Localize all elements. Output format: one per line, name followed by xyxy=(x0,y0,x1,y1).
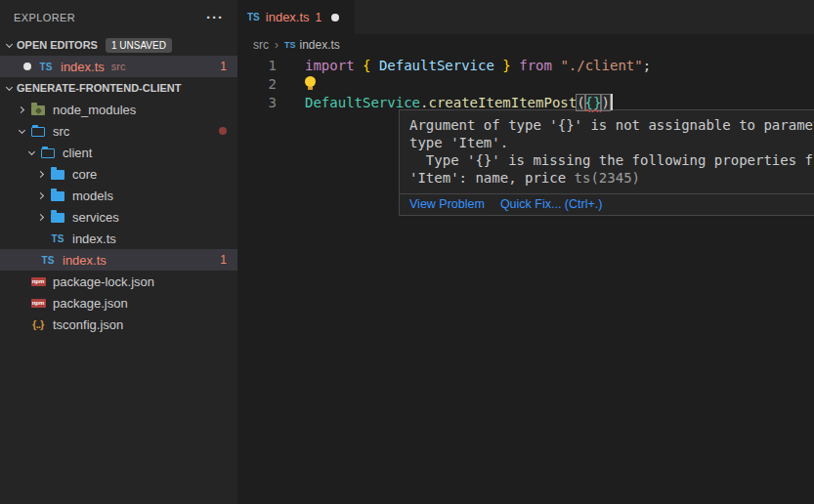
unsaved-badge: 1 UNSAVED xyxy=(106,38,172,53)
lightbulb-icon[interactable] xyxy=(305,75,316,90)
tab-bar: TS index.ts 1 xyxy=(237,0,814,34)
tree-item-client[interactable]: client xyxy=(0,142,237,163)
typescript-file-icon: TS xyxy=(49,231,66,246)
code-line-1: 1 import { DefaultService } from "./clie… xyxy=(237,56,814,74)
code-line-2: 2 xyxy=(237,74,814,93)
folder-icon xyxy=(49,166,66,182)
chevron-right-icon xyxy=(33,209,49,225)
error-squiggle-region: {} xyxy=(585,95,602,110)
open-editor-item-index-ts[interactable]: TS index.ts src 1 xyxy=(0,56,237,77)
open-editors-label: OPEN EDITORS xyxy=(17,39,98,51)
line-number: 1 xyxy=(237,58,277,73)
tree-item-core[interactable]: core xyxy=(0,163,237,185)
code-editor[interactable]: 1 import { DefaultService } from "./clie… xyxy=(237,56,814,111)
folder-open-icon xyxy=(29,123,47,139)
tree-item-src-index-ts[interactable]: TS index.ts 1 xyxy=(0,249,237,271)
error-source-code: ts(2345) xyxy=(575,170,640,186)
tab-error-count: 1 xyxy=(316,11,322,24)
editor-area: TS index.ts 1 src › TS index.ts 1 import… xyxy=(237,0,814,504)
error-count-badge: 1 xyxy=(220,60,227,73)
breadcrumb: src › TS index.ts xyxy=(237,34,814,56)
project-section-header[interactable]: GENERATE-FRONTEND-CLIENT xyxy=(0,77,237,99)
quick-fix-link[interactable]: Quick Fix... (Ctrl+.) xyxy=(500,197,603,211)
json-file-icon: {..} xyxy=(29,316,47,332)
view-problem-link[interactable]: View Problem xyxy=(409,197,485,211)
chevron-down-icon xyxy=(3,39,15,51)
tree-item-node-modules[interactable]: node_modules xyxy=(0,99,237,120)
folder-icon xyxy=(49,209,66,225)
breadcrumb-folder[interactable]: src xyxy=(253,38,269,52)
line-number: 2 xyxy=(237,76,277,92)
chevron-right-icon xyxy=(33,166,49,182)
text-cursor xyxy=(611,94,613,110)
folder-open-icon xyxy=(39,145,57,160)
tree-item-package-lock-json[interactable]: npm package-lock.json xyxy=(0,271,237,292)
node-modules-folder-icon xyxy=(29,102,47,117)
project-name-label: GENERATE-FRONTEND-CLIENT xyxy=(17,82,181,94)
chevron-right-icon xyxy=(14,102,29,117)
open-editor-file-folder: src xyxy=(111,61,126,72)
breadcrumb-file[interactable]: index.ts xyxy=(300,38,340,52)
typescript-file-icon: TS xyxy=(284,40,296,50)
typescript-file-icon: TS xyxy=(247,12,260,22)
error-hover-tooltip: Argument of type '{}' is not assignable … xyxy=(399,109,814,216)
chevron-right-icon xyxy=(33,188,49,203)
modified-dot-icon[interactable] xyxy=(23,63,31,70)
folder-icon xyxy=(49,188,66,203)
typescript-file-icon: TS xyxy=(39,252,57,268)
typescript-file-icon: TS xyxy=(37,59,55,74)
tree-item-services[interactable]: services xyxy=(0,206,237,228)
tree-item-client-index-ts[interactable]: TS index.ts xyxy=(0,228,237,249)
tree-item-src[interactable]: src xyxy=(0,120,237,142)
chevron-down-icon xyxy=(23,145,39,160)
breadcrumb-separator-icon: › xyxy=(275,38,278,52)
tab-file-name: index.ts xyxy=(266,10,310,24)
tab-index-ts[interactable]: TS index.ts 1 xyxy=(237,0,355,34)
explorer-sidebar: EXPLORER ··· OPEN EDITORS 1 UNSAVED TS i… xyxy=(0,0,237,504)
tree-item-package-json[interactable]: npm package.json xyxy=(0,292,237,314)
code-line-3: 3 DefaultService.createItemItemPost({}) xyxy=(237,93,814,111)
line-number: 3 xyxy=(237,95,277,110)
open-editor-file-name: index.ts xyxy=(61,60,105,74)
explorer-title: EXPLORER xyxy=(14,12,75,23)
tab-modified-dot-icon[interactable] xyxy=(331,14,339,21)
open-editors-header[interactable]: OPEN EDITORS 1 UNSAVED xyxy=(0,34,237,56)
modified-indicator-dot xyxy=(219,127,227,135)
sidebar-title-row: EXPLORER ··· xyxy=(0,0,237,34)
hover-actions: View Problem Quick Fix... (Ctrl+.) xyxy=(400,193,814,215)
npm-file-icon: npm xyxy=(29,295,47,311)
tree-item-models[interactable]: models xyxy=(0,185,237,206)
npm-file-icon: npm xyxy=(29,273,47,289)
chevron-down-icon xyxy=(3,82,15,94)
tree-item-tsconfig-json[interactable]: {..} tsconfig.json xyxy=(0,314,237,335)
error-message: Argument of type '{}' is not assignable … xyxy=(400,110,814,193)
chevron-down-icon xyxy=(14,123,29,139)
more-actions-icon[interactable]: ··· xyxy=(206,14,224,21)
error-count-badge: 1 xyxy=(220,253,227,267)
